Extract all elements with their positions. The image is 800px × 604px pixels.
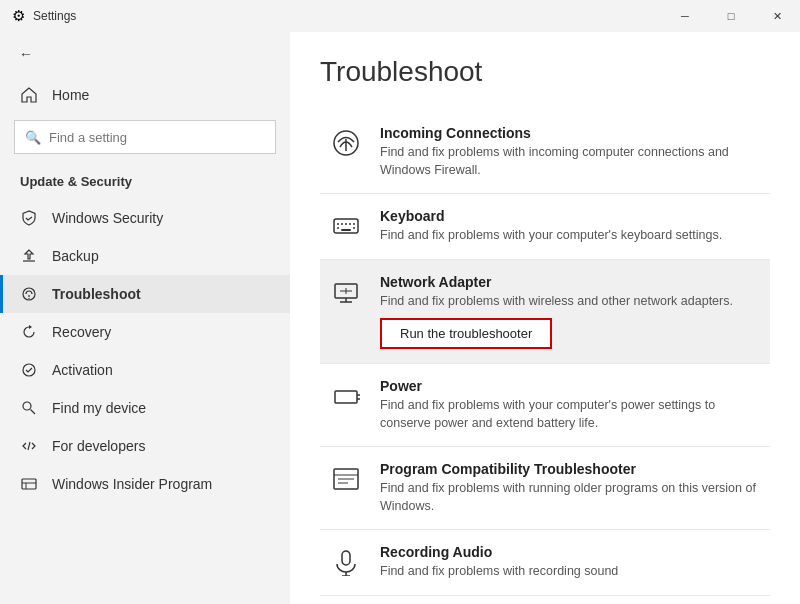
shield-icon [20, 209, 38, 227]
search-icon: 🔍 [25, 130, 41, 145]
backup-icon [20, 247, 38, 265]
titlebar: ⚙ Settings ─ □ ✕ [0, 0, 800, 32]
search-box[interactable]: 🔍 [14, 120, 276, 154]
audio-desc: Find and fix problems with recording sou… [380, 563, 760, 581]
titlebar-controls: ─ □ ✕ [662, 0, 800, 32]
settings-icon: ⚙ [12, 7, 25, 25]
run-troubleshooter-button[interactable]: Run the troubleshooter [380, 318, 552, 349]
minimize-button[interactable]: ─ [662, 0, 708, 32]
sidebar: ← Home 🔍 Update & Security Windows [0, 32, 290, 604]
audio-icon [330, 546, 362, 578]
sidebar-label-windows-security: Windows Security [52, 210, 163, 226]
page-title: Troubleshoot [320, 56, 770, 88]
audio-title: Recording Audio [380, 544, 760, 560]
sidebar-label-windows-insider: Windows Insider Program [52, 476, 212, 492]
titlebar-title: Settings [33, 9, 76, 23]
sidebar-item-find-my-device[interactable]: Find my device [0, 389, 290, 427]
power-text: Power Find and fix problems with your co… [380, 378, 760, 432]
troubleshoot-item-search: Search and Indexing Find and fix problem… [320, 595, 770, 605]
troubleshoot-item-network: Network Adapter Find and fix problems wi… [320, 259, 770, 364]
activation-icon [20, 361, 38, 379]
maximize-button[interactable]: □ [708, 0, 754, 32]
network-text: Network Adapter Find and fix problems wi… [380, 274, 760, 350]
troubleshoot-item-program-compat: Program Compatibility Troubleshooter Fin… [320, 446, 770, 529]
troubleshoot-item-incoming: Incoming Connections Find and fix proble… [320, 110, 770, 193]
svg-rect-26 [335, 391, 357, 403]
insider-icon [20, 475, 38, 493]
sidebar-item-troubleshoot[interactable]: Troubleshoot [0, 275, 290, 313]
sidebar-item-home[interactable]: Home [0, 76, 290, 114]
svg-line-6 [28, 442, 30, 450]
svg-rect-7 [22, 479, 36, 489]
audio-text: Recording Audio Find and fix problems wi… [380, 544, 760, 581]
program-desc: Find and fix problems with running older… [380, 480, 760, 515]
keyboard-text: Keyboard Find and fix problems with your… [380, 208, 760, 245]
incoming-desc: Find and fix problems with incoming comp… [380, 144, 760, 179]
power-desc: Find and fix problems with your computer… [380, 397, 760, 432]
sidebar-item-activation[interactable]: Activation [0, 351, 290, 389]
sidebar-item-windows-security[interactable]: Windows Security [0, 199, 290, 237]
developers-icon [20, 437, 38, 455]
program-icon [330, 463, 362, 495]
sidebar-label-recovery: Recovery [52, 324, 111, 340]
sidebar-nav-row: ← [0, 32, 290, 76]
keyboard-desc: Find and fix problems with your computer… [380, 227, 760, 245]
sidebar-label-activation: Activation [52, 362, 113, 378]
run-btn-area: Run the troubleshooter [380, 318, 760, 349]
find-icon [20, 399, 38, 417]
recovery-icon [20, 323, 38, 341]
home-icon [20, 86, 38, 104]
keyboard-icon [330, 210, 362, 242]
svg-rect-33 [342, 551, 350, 565]
sidebar-section-title: Update & Security [0, 166, 290, 199]
sidebar-label-troubleshoot: Troubleshoot [52, 286, 141, 302]
back-button[interactable]: ← [12, 40, 40, 68]
incoming-icon [330, 127, 362, 159]
troubleshoot-item-audio: Recording Audio Find and fix problems wi… [320, 529, 770, 595]
svg-point-2 [28, 298, 29, 299]
troubleshoot-item-keyboard: Keyboard Find and fix problems with your… [320, 193, 770, 259]
search-input[interactable] [49, 130, 265, 145]
close-button[interactable]: ✕ [754, 0, 800, 32]
app-body: ← Home 🔍 Update & Security Windows [0, 32, 800, 604]
incoming-text: Incoming Connections Find and fix proble… [380, 125, 760, 179]
svg-point-3 [23, 364, 35, 376]
program-title: Program Compatibility Troubleshooter [380, 461, 760, 477]
sidebar-label-for-developers: For developers [52, 438, 145, 454]
sidebar-item-backup[interactable]: Backup [0, 237, 290, 275]
troubleshoot-icon [20, 285, 38, 303]
network-title: Network Adapter [380, 274, 760, 290]
network-desc: Find and fix problems with wireless and … [380, 293, 760, 311]
sidebar-item-windows-insider[interactable]: Windows Insider Program [0, 465, 290, 503]
keyboard-title: Keyboard [380, 208, 760, 224]
troubleshoot-item-power: Power Find and fix problems with your co… [320, 363, 770, 446]
sidebar-item-recovery[interactable]: Recovery [0, 313, 290, 351]
svg-point-4 [23, 402, 31, 410]
sidebar-label-find-my-device: Find my device [52, 400, 146, 416]
incoming-title: Incoming Connections [380, 125, 760, 141]
home-label: Home [52, 87, 89, 103]
program-text: Program Compatibility Troubleshooter Fin… [380, 461, 760, 515]
sidebar-label-backup: Backup [52, 248, 99, 264]
main-content: Troubleshoot Incoming Connections Find a… [290, 32, 800, 604]
svg-line-5 [31, 410, 36, 415]
power-icon [330, 380, 362, 412]
network-icon [330, 276, 362, 308]
power-title: Power [380, 378, 760, 394]
sidebar-item-for-developers[interactable]: For developers [0, 427, 290, 465]
titlebar-left: ⚙ Settings [12, 7, 76, 25]
